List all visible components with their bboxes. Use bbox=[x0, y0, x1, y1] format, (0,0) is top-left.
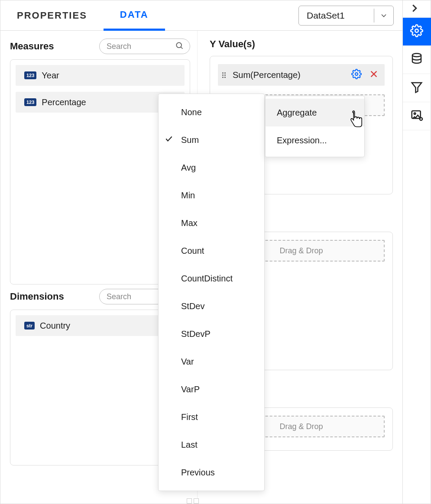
dataset-select[interactable]: DataSet1 bbox=[298, 6, 394, 26]
svg-point-8 bbox=[412, 54, 421, 57]
svg-point-12 bbox=[420, 118, 422, 120]
yvalues-title: Y Value(s) bbox=[210, 39, 393, 50]
aggregate-option-label: StDev bbox=[181, 301, 204, 311]
aggregate-option-stdevp[interactable]: StDevP bbox=[159, 320, 264, 348]
menu-item-expression[interactable]: Expression... bbox=[266, 126, 364, 154]
field-label: Percentage bbox=[42, 97, 86, 107]
aggregate-option-varp[interactable]: VarP bbox=[159, 375, 264, 403]
drop-hint: Drag & Drop bbox=[279, 422, 323, 431]
menu-item-label: Aggregate bbox=[277, 108, 317, 118]
drag-handle-icon[interactable] bbox=[220, 72, 228, 78]
svg-line-1 bbox=[181, 47, 183, 49]
right-rail bbox=[402, 0, 431, 504]
resize-handle[interactable] bbox=[187, 498, 199, 504]
aggregate-option-label: Var bbox=[181, 357, 194, 367]
string-type-badge: str bbox=[24, 322, 35, 330]
yvalue-item[interactable]: Sum(Percentage) bbox=[218, 64, 385, 86]
aggregate-option-label: StDevP bbox=[181, 329, 211, 339]
menu-item-aggregate[interactable]: Aggregate bbox=[266, 99, 364, 126]
aggregate-option-label: Max bbox=[181, 218, 198, 228]
number-type-badge: 123 bbox=[24, 71, 36, 79]
aggregate-option-max[interactable]: Max bbox=[159, 209, 264, 237]
aggregate-option-label: Avg bbox=[181, 163, 196, 173]
gear-icon bbox=[410, 24, 423, 39]
tab-data[interactable]: Data bbox=[104, 0, 165, 31]
aggregate-option-label: CountDistinct bbox=[181, 274, 233, 284]
collapse-rail-button[interactable] bbox=[403, 0, 431, 18]
aggregate-submenu[interactable]: NoneSumAvgMinMaxCountCountDistinctStDevS… bbox=[158, 94, 265, 491]
field-label: Year bbox=[42, 71, 59, 81]
aggregate-option-last[interactable]: Last bbox=[159, 431, 264, 459]
aggregate-option-previous[interactable]: Previous bbox=[159, 459, 264, 486]
rail-image-button[interactable] bbox=[403, 102, 431, 130]
aggregate-option-label: None bbox=[181, 107, 202, 117]
menu-item-label: Expression... bbox=[277, 136, 327, 145]
close-icon bbox=[369, 69, 379, 81]
svg-point-4 bbox=[355, 73, 358, 75]
drop-hint: Drag & Drop bbox=[279, 246, 323, 255]
chevron-down-icon bbox=[374, 6, 393, 25]
rail-data-button[interactable] bbox=[403, 46, 431, 74]
svg-marker-13 bbox=[353, 111, 355, 114]
svg-point-7 bbox=[415, 29, 418, 32]
gear-icon bbox=[351, 69, 362, 81]
aggregate-option-stdev[interactable]: StDev bbox=[159, 292, 264, 320]
filter-icon bbox=[410, 81, 423, 95]
aggregate-option-label: Previous bbox=[181, 468, 215, 478]
chevron-right-icon bbox=[408, 2, 421, 16]
aggregate-option-label: Last bbox=[181, 440, 198, 450]
dataset-select-value: DataSet1 bbox=[307, 10, 345, 21]
number-type-badge: 123 bbox=[24, 98, 36, 106]
field-label: Country bbox=[40, 321, 70, 331]
chevron-right-icon bbox=[351, 108, 356, 118]
aggregate-option-min[interactable]: Min bbox=[159, 181, 264, 209]
yvalue-context-menu[interactable]: Aggregate Expression... bbox=[265, 96, 365, 157]
aggregate-option-sum[interactable]: Sum bbox=[159, 126, 264, 154]
aggregate-option-label: Sum bbox=[181, 135, 199, 145]
image-settings-icon bbox=[410, 109, 423, 123]
svg-point-0 bbox=[176, 42, 181, 48]
aggregate-option-first[interactable]: First bbox=[159, 403, 264, 431]
measures-search[interactable] bbox=[99, 39, 190, 54]
check-icon bbox=[165, 135, 173, 145]
aggregate-option-label: Min bbox=[181, 191, 195, 200]
rail-filter-button[interactable] bbox=[403, 74, 431, 102]
aggregate-option-count[interactable]: Count bbox=[159, 237, 264, 265]
svg-point-11 bbox=[414, 113, 416, 114]
aggregate-option-none[interactable]: None bbox=[159, 98, 264, 126]
aggregate-option-avg[interactable]: Avg bbox=[159, 154, 264, 181]
yvalue-settings-button[interactable] bbox=[350, 68, 363, 81]
dimensions-title: Dimensions bbox=[10, 291, 64, 302]
database-icon bbox=[410, 52, 423, 67]
measure-field-year[interactable]: 123 Year bbox=[16, 65, 185, 86]
search-icon bbox=[175, 41, 184, 52]
yvalue-remove-button[interactable] bbox=[367, 68, 380, 81]
tab-properties[interactable]: Properties bbox=[0, 0, 104, 30]
rail-properties-button[interactable] bbox=[403, 18, 431, 46]
yvalue-label: Sum(Percentage) bbox=[233, 70, 346, 80]
aggregate-option-label: VarP bbox=[181, 384, 200, 394]
aggregate-option-label: First bbox=[181, 412, 198, 422]
aggregate-option-label: Count bbox=[181, 246, 204, 256]
measures-search-input[interactable] bbox=[106, 42, 172, 52]
measures-title: Measures bbox=[10, 41, 54, 52]
aggregate-option-var[interactable]: Var bbox=[159, 348, 264, 375]
aggregate-option-countdistinct[interactable]: CountDistinct bbox=[159, 265, 264, 292]
svg-marker-9 bbox=[412, 83, 422, 93]
